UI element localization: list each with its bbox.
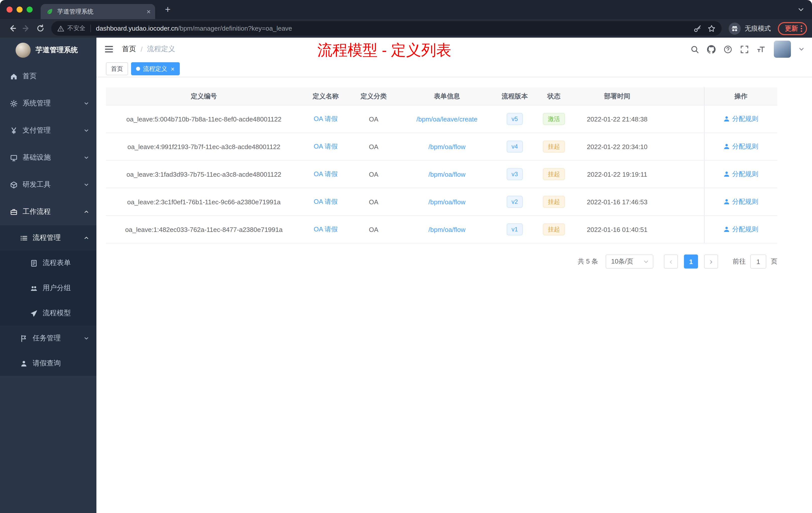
column-spacer [660,87,704,105]
tag-close-icon[interactable]: × [171,65,174,72]
not-secure-warning-icon [57,25,64,32]
sidebar-item-task-management[interactable]: 任务管理 [0,326,96,351]
cell-status: 挂起 [533,216,575,243]
app-title: 芋道管理系统 [36,46,78,55]
version-tag: v1 [506,223,523,235]
sidebar-item-system-management[interactable]: 系统管理 [0,90,96,117]
sidebar-item-process-model[interactable]: 流程模型 [0,301,96,326]
form-link[interactable]: /bpm/oa/flow [428,225,465,233]
cell-definition-id: oa_leave:1:482ec033-762a-11ec-8477-a2380… [106,216,302,243]
cell-definition-name: OA 请假 [302,216,349,243]
update-label: 更新 [785,24,798,33]
github-icon[interactable] [706,45,716,54]
forward-icon[interactable] [19,21,33,35]
next-page-button[interactable]: › [704,254,718,269]
assign-rule-link[interactable]: 分配规则 [724,170,758,179]
cell-deploy-time: 2022-01-22 21:48:38 [575,105,660,132]
definition-name-link[interactable]: OA 请假 [314,197,338,206]
sidebar-item-label: 系统管理 [23,99,83,108]
sidebar-item-user-group[interactable]: 用户分组 [0,276,96,301]
bookmark-star-icon[interactable] [707,24,716,32]
minimize-window-button[interactable] [17,6,23,12]
sidebar-item-label: 首页 [23,72,89,81]
password-key-icon[interactable] [694,24,701,32]
incognito-icon [729,22,741,34]
new-tab-button[interactable]: + [161,4,174,15]
goto-page-input[interactable] [750,254,766,269]
sidebar-item-payment-management[interactable]: 支付管理 [0,117,96,144]
security-label[interactable]: 不安全 [67,24,85,33]
assign-rule-link[interactable]: 分配规则 [724,142,758,151]
assign-rule-link[interactable]: 分配规则 [724,115,758,123]
zoom-window-button[interactable] [27,6,33,12]
prev-page-button[interactable]: ‹ [664,254,678,269]
page-size-select[interactable]: 10条/页 [606,254,653,269]
search-icon[interactable] [690,45,699,54]
sidebar-item-home[interactable]: 首页 [0,63,96,90]
back-icon[interactable] [5,21,19,35]
sidebar-item-leave-query[interactable]: 请假查询 [0,351,96,376]
cell-status: 挂起 [533,188,575,215]
assign-rule-label: 分配规则 [732,225,758,234]
cell-definition-id: oa_leave:5:004b710b-7b8a-11ec-8ef0-acde4… [106,105,302,132]
window-controls [0,6,41,12]
sidebar-item-label: 研发工具 [23,180,83,189]
infra-icon [10,154,18,161]
definition-name-link[interactable]: OA 请假 [314,115,338,123]
cell-deploy-time: 2022-01-16 01:40:51 [575,216,660,243]
cell-version: v3 [496,161,533,188]
sidebar-item-workflow[interactable]: 工作流程 [0,198,96,225]
sidebar-item-process-form[interactable]: 流程表单 [0,250,96,276]
breadcrumb-separator: / [141,45,143,53]
chevron-down-icon [83,127,89,133]
form-link[interactable]: /bpm/oa/flow [428,143,465,150]
hamburger-icon[interactable] [104,44,114,54]
font-size-icon[interactable] [756,45,765,54]
tab-search-chevron-icon[interactable] [798,6,805,13]
sidebar-item-label: 基础设施 [23,153,83,162]
tab-close-icon[interactable]: × [147,8,151,15]
address-bar[interactable]: 不安全 dashboard.yudao.iocoder.cn/bpm/manag… [51,21,722,36]
tag-process-definition[interactable]: 流程定义× [131,62,179,75]
url-text[interactable]: dashboard.yudao.iocoder.cn/bpm/manager/d… [96,25,688,32]
update-chrome-button[interactable]: 更新 [778,22,807,35]
definition-name-link[interactable]: OA 请假 [314,225,338,234]
tag-home[interactable]: 首页 [106,62,128,75]
cell-form-info: /bpm/oa/flow [398,161,496,188]
tab-strip: 芋道管理系统 × + [0,0,812,19]
sidebar-item-process-management[interactable]: 流程管理 [0,225,96,250]
cell-action: 分配规则 [704,133,777,160]
cell-form-info: /bpm/oa/leave/create [398,105,496,132]
fullscreen-icon[interactable] [740,45,749,54]
app-logo[interactable]: 芋道管理系统 [0,38,96,63]
tags-bar: 首页流程定义× [96,61,812,77]
form-link[interactable]: /bpm/oa/flow [428,171,465,178]
help-icon[interactable] [723,45,732,54]
definition-name-link[interactable]: OA 请假 [314,142,338,151]
avatar-caret-down-icon[interactable] [799,46,805,52]
close-window-button[interactable] [6,6,12,12]
cell-version: v4 [496,133,533,160]
sidebar-menu: 首页系统管理支付管理基础设施研发工具工作流程流程管理流程表单用户分组流程模型任务… [0,63,96,376]
sidebar-item-infrastructure[interactable]: 基础设施 [0,144,96,171]
form-link[interactable]: /bpm/oa/flow [428,198,465,206]
assign-rule-link[interactable]: 分配规则 [724,225,758,234]
table-row: oa_leave:5:004b710b-7b8a-11ec-8ef0-acde4… [106,105,777,133]
definition-name-link[interactable]: OA 请假 [314,170,338,179]
sidebar-item-label: 流程管理 [33,233,83,242]
breadcrumb-home[interactable]: 首页 [122,45,136,54]
column-header-time: 部署时间 [575,87,660,105]
cell-version: v1 [496,216,533,243]
status-tag: 挂起 [543,141,565,153]
assign-rule-link[interactable]: 分配规则 [724,197,758,206]
navbar: 首页 / 流程定义 流程模型 - 定义列表 [96,38,812,61]
browser-tab[interactable]: 芋道管理系统 × [41,4,155,19]
cell-deploy-time: 2022-01-22 20:34:10 [575,133,660,160]
reload-icon[interactable] [33,21,47,35]
column-header-id: 定义编号 [106,87,302,105]
user-avatar[interactable] [774,41,791,58]
page-1-button[interactable]: 1 [684,254,698,269]
form-link[interactable]: /bpm/oa/leave/create [416,115,477,123]
assign-rule-label: 分配规则 [732,170,758,179]
sidebar-item-dev-tools[interactable]: 研发工具 [0,171,96,198]
